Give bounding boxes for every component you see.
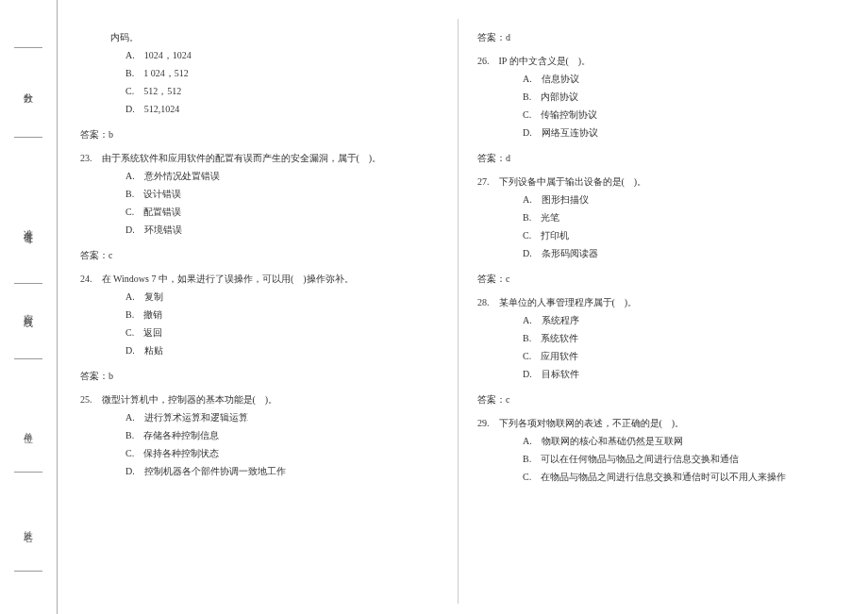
option-text: 存储各种控制信息 [143,430,219,440]
option-text: 1024，1024 [144,50,192,60]
option-text: 物联网的核心和基础仍然是互联网 [542,436,683,446]
question-25-stem: 25. 微型计算机中，控制器的基本功能是( )。 [80,390,439,408]
question-26-stem: 26. IP 的中文含义是( )。 [477,52,836,70]
q26-option-b: B. 内部协议 [477,88,836,106]
q25-option-c: C. 保持各种控制状态 [80,444,439,462]
q26-option-d: D. 网络互连协议 [477,124,836,141]
q25-option-a: A. 进行算术运算和逻辑运算 [80,408,439,426]
q25-option-d: D. 控制机器各个部件协调一致地工作 [80,462,439,480]
margin-label-seal-line: 密封线 [21,307,34,312]
q24-option-b: B. 撤销 [80,306,439,324]
option-text: 撤销 [143,309,162,320]
q26-option-c: C. 传输控制协议 [477,106,836,124]
option-text: 意外情况处置错误 [144,171,220,181]
option-text: 粘贴 [144,345,163,356]
binding-margin: 分数 准考证号 密封线 单位 姓名 [0,0,57,614]
option-text: 配置错误 [143,207,181,217]
question-28-stem: 28. 某单位的人事管理程序属于( )。 [477,293,836,311]
option-text: 图形扫描仪 [542,194,589,205]
margin-border [57,0,58,614]
q29-option-b: B. 可以在任何物品与物品之间进行信息交换和通信 [477,450,836,468]
q29-option-c: C. 在物品与物品之间进行信息交换和通信时可以不用人来操作 [477,468,836,486]
margin-rule [14,358,42,359]
q27-option-b: B. 光笔 [477,208,836,226]
margin-label-score: 分数 [21,85,34,89]
column-left: 内码。 A. 1024，1024 B. 1 024，512 C. 512，512… [61,19,458,604]
option-text: 在物品与物品之间进行信息交换和通信时可以不用人来操作 [541,472,786,482]
option-text: 打印机 [541,230,569,241]
option-text: 1 024，512 [143,68,189,78]
q22-option-d: D. 512,1024 [80,100,439,118]
question-29-stem: 29. 下列各项对物联网的表述，不正确的是( )。 [477,414,836,432]
q22-answer: 答案：b [80,125,439,143]
option-text: 网络互连协议 [542,127,598,138]
content-area: 内码。 A. 1024，1024 B. 1 024，512 C. 512，512… [61,19,859,604]
q26-option-a: A. 信息协议 [477,70,836,88]
q27-option-c: C. 打印机 [477,226,836,244]
question-23-stem: 23. 由于系统软件和应用软件的配置有误而产生的安全漏洞，属于( )。 [80,149,439,167]
q23-option-d: D. 环境错误 [80,221,439,239]
option-text: 系统程序 [542,315,579,325]
margin-rule [14,472,42,473]
q23-option-c: C. 配置错误 [80,203,439,221]
option-text: 传输控制协议 [541,109,597,120]
option-text: 内部协议 [541,91,578,102]
option-text: 设计错误 [143,189,181,199]
option-text: 进行算术运算和逻辑运算 [144,412,248,423]
q22-option-a: A. 1024，1024 [80,46,439,64]
q24-option-c: C. 返回 [80,324,439,341]
option-text: 512,1024 [144,104,180,114]
margin-label-exam-id: 准考证号 [21,222,34,229]
q27-option-d: D. 条形码阅读器 [477,244,836,262]
q24-option-d: D. 粘贴 [80,341,439,359]
option-text: 保持各种控制状态 [143,448,219,458]
q24-answer: 答案：b [80,367,439,385]
option-text: 返回 [143,327,162,338]
q22-option-c: C. 512，512 [80,82,439,100]
option-text: 可以在任何物品与物品之间进行信息交换和通信 [541,454,739,464]
option-text: 应用软件 [541,351,578,361]
option-text: 信息协议 [542,74,579,84]
q23-option-b: B. 设计错误 [80,185,439,203]
q28-answer: 答案：c [477,390,836,408]
option-text: 控制机器各个部件协调一致地工作 [144,466,286,476]
question-22-stem-cont: 内码。 [80,28,439,46]
q28-option-d: D. 目标软件 [477,365,836,383]
q22-option-b: B. 1 024，512 [80,64,439,82]
option-text: 512，512 [143,86,181,96]
option-text: 系统软件 [541,333,578,343]
q23-option-a: A. 意外情况处置错误 [80,167,439,185]
q25-answer: 答案：d [477,28,836,46]
column-right: 答案：d 26. IP 的中文含义是( )。 A. 信息协议 B. 内部协议 C… [459,19,855,604]
q27-option-a: A. 图形扫描仪 [477,191,836,208]
margin-label-name: 姓名 [21,523,34,527]
q23-answer: 答案：c [80,246,439,264]
q27-answer: 答案：c [477,270,836,288]
q25-option-b: B. 存储各种控制信息 [80,426,439,444]
q28-option-c: C. 应用软件 [477,347,836,365]
q28-option-b: B. 系统软件 [477,329,836,347]
option-text: 复制 [144,291,163,302]
margin-rule [14,47,42,48]
margin-rule [14,137,42,138]
q26-answer: 答案：d [477,149,836,167]
q28-option-a: A. 系统程序 [477,311,836,329]
option-text: 目标软件 [542,369,579,379]
q24-option-a: A. 复制 [80,288,439,306]
margin-label-unit: 单位 [21,424,34,428]
margin-rule [14,571,42,572]
question-24-stem: 24. 在 Windows 7 中，如果进行了误操作，可以用( )操作弥补。 [80,270,439,288]
option-text: 环境错误 [144,224,182,235]
question-27-stem: 27. 下列设备中属于输出设备的是( )。 [477,173,836,191]
option-text: 条形码阅读器 [542,248,598,258]
q29-option-a: A. 物联网的核心和基础仍然是互联网 [477,432,836,450]
margin-rule [14,283,42,284]
option-text: 光笔 [541,212,559,223]
